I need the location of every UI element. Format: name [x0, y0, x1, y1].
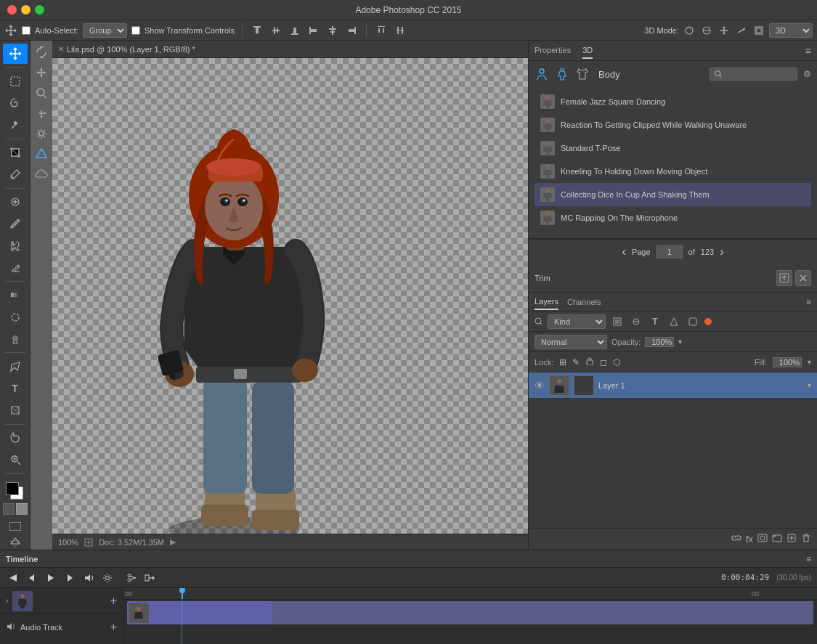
layer-expand-1[interactable]: ▾ [808, 381, 811, 389]
lock-extra-icon[interactable]: ⬡ [613, 357, 620, 367]
anim-item-3[interactable]: Standard T-Pose [534, 136, 811, 160]
tool-eraser[interactable] [3, 258, 28, 278]
filter-kind-select[interactable]: Kind [548, 314, 606, 329]
anim-item-4[interactable]: Kneeling To Holding Down Moving Object [534, 160, 811, 183]
tab-close-btn[interactable]: ✕ [58, 45, 64, 53]
tl-transition-btn[interactable] [142, 571, 157, 585]
tl-first-btn[interactable] [6, 571, 20, 585]
timeline-clip[interactable] [127, 601, 272, 624]
3d-roll-btn[interactable] [699, 23, 714, 38]
fill-arrow[interactable]: ▾ [808, 358, 811, 366]
align-vcenter-btn[interactable] [269, 23, 283, 38]
timeline-clip-ext[interactable] [272, 601, 813, 624]
tl-settings-btn[interactable] [100, 571, 115, 585]
align-hcenter-btn[interactable] [325, 23, 340, 38]
align-left-btn[interactable] [306, 23, 321, 38]
filter-dot[interactable] [704, 318, 712, 325]
trim-upload-btn[interactable] [776, 270, 792, 286]
tool-gradient[interactable] [3, 285, 28, 305]
tool-3d-active[interactable] [33, 145, 50, 163]
tab-3d[interactable]: 3D [582, 43, 593, 59]
foreground-swatch[interactable] [6, 482, 19, 495]
opacity-arrow[interactable]: ▾ [678, 338, 682, 346]
tool-clone[interactable] [3, 235, 28, 256]
filter-shape-icon[interactable] [667, 314, 681, 329]
props-body-icon[interactable] [555, 67, 569, 81]
tool-pen[interactable] [3, 356, 28, 376]
panel-menu-btn[interactable]: ≡ [805, 45, 811, 57]
timeline-menu-btn[interactable]: ≡ [806, 554, 811, 564]
tl-audio-btn[interactable] [81, 571, 96, 585]
anim-item-5[interactable]: Collecting Dice In Cup And Shaking Them [534, 183, 811, 206]
add-style-btn[interactable]: fx [746, 534, 753, 545]
tool-hand[interactable] [3, 428, 28, 448]
tool-move[interactable] [3, 44, 28, 64]
tool-blur[interactable] [3, 307, 28, 327]
tab-layers[interactable]: Layers [534, 294, 558, 310]
transform-controls-checkbox[interactable] [131, 26, 140, 35]
align-top-btn[interactable] [250, 23, 264, 38]
tool-3d-zoom-view[interactable] [33, 84, 50, 102]
filter-smart-icon[interactable] [686, 314, 700, 329]
lock-artboard-icon[interactable]: ◻ [600, 357, 607, 367]
page-prev-btn[interactable]: ‹ [622, 245, 626, 258]
new-layer-btn[interactable] [786, 533, 797, 545]
search-bar[interactable] [710, 68, 797, 81]
props-clothes-icon[interactable] [575, 67, 590, 81]
tool-type[interactable]: T [3, 378, 28, 399]
canvas-viewport[interactable] [52, 58, 528, 534]
delete-layer-btn[interactable] [801, 533, 811, 545]
tool-brush[interactable] [3, 213, 28, 234]
trim-delete-btn[interactable] [795, 270, 811, 286]
lock-pixels-icon[interactable]: ⊞ [559, 357, 566, 367]
anim-item-1[interactable]: Female Jazz Square Dancing [534, 90, 811, 113]
auto-select-checkbox[interactable] [22, 26, 31, 35]
tab-channels[interactable]: Channels [567, 295, 601, 309]
gear-button[interactable]: ⚙ [803, 69, 811, 79]
maximize-button[interactable] [35, 5, 44, 15]
filter-pixel-icon[interactable] [610, 314, 625, 329]
3d-rotate-btn[interactable] [682, 23, 696, 38]
tool-path-select[interactable] [3, 400, 28, 420]
timeline-tracks-content[interactable]: 00 00 [123, 588, 817, 644]
distrib-top-btn[interactable] [374, 23, 389, 38]
3d-mode-select[interactable]: 3D [769, 23, 813, 38]
screen-mode-btn[interactable] [3, 519, 28, 534]
props-figure-icon[interactable] [534, 67, 549, 81]
close-button[interactable] [7, 5, 17, 15]
3d-slide-btn[interactable] [734, 23, 749, 38]
layers-menu-btn[interactable]: ≡ [806, 297, 811, 307]
3d-panel-btn[interactable] [3, 535, 28, 550]
tool-eyedropper[interactable] [3, 164, 28, 184]
standard-mode-btn[interactable] [3, 503, 15, 515]
opacity-input[interactable]: 100% [645, 337, 674, 347]
tool-3d-arrow[interactable] [33, 105, 50, 122]
lock-position-icon[interactable]: ✎ [572, 357, 580, 367]
lock-all-icon[interactable] [585, 356, 594, 367]
tl-cut-btn[interactable] [125, 571, 139, 585]
page-number-input[interactable]: 1 [657, 245, 683, 258]
tool-3d-settings[interactable] [33, 125, 50, 142]
distrib-vcenter-btn[interactable] [393, 23, 407, 38]
tl-play-btn[interactable] [44, 571, 58, 585]
tl-prev-btn[interactable] [25, 571, 39, 585]
blend-mode-select[interactable]: Normal [534, 335, 607, 349]
layer-visibility-1[interactable]: 👁 [534, 380, 545, 391]
tool-3d-pan-view[interactable] [33, 64, 50, 81]
tool-dodge[interactable] [3, 329, 28, 349]
filter-adjust-icon[interactable] [629, 314, 643, 329]
tool-select-rect[interactable] [3, 70, 28, 91]
search-input[interactable] [725, 70, 792, 78]
audio-add-btn[interactable]: + [110, 621, 117, 634]
track-expand-btn[interactable]: › [6, 597, 8, 605]
new-group-btn[interactable] [772, 533, 782, 545]
tool-cloud[interactable] [33, 166, 50, 183]
link-layers-btn[interactable] [731, 533, 741, 545]
align-bottom-btn[interactable] [288, 23, 302, 38]
tab-properties[interactable]: Properties [534, 43, 571, 59]
tool-crop[interactable] [3, 142, 28, 163]
tool-3d-rotate-view[interactable] [33, 44, 50, 61]
track-add-btn[interactable]: + [110, 595, 117, 608]
3d-pan-btn[interactable] [717, 23, 731, 38]
anim-item-2[interactable]: Reaction To Getting Clipped While Walkin… [534, 113, 811, 136]
